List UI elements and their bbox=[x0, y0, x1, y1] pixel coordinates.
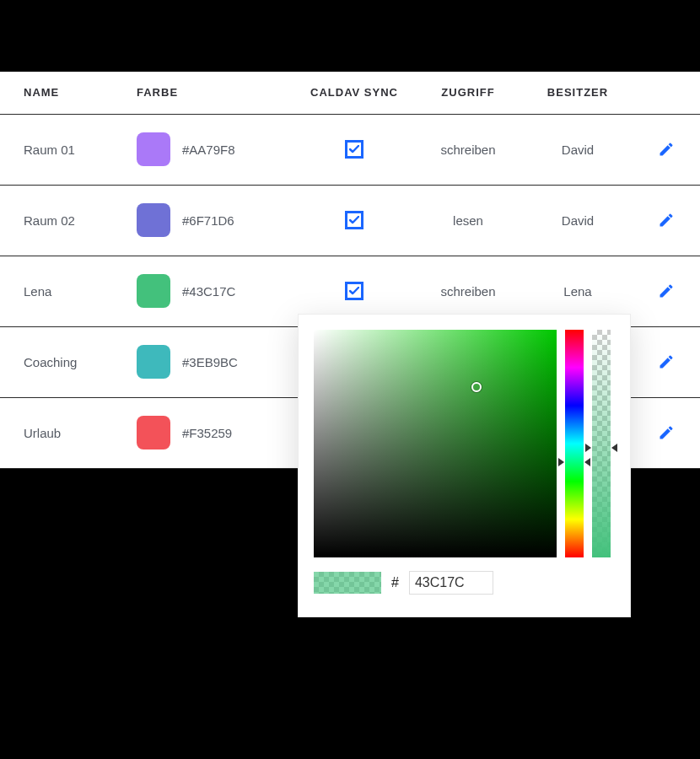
cell-owner: David bbox=[523, 114, 633, 185]
col-header-sync: CALDAV SYNC bbox=[295, 72, 413, 114]
col-header-name: NAME bbox=[0, 72, 127, 114]
cell-name: Raum 02 bbox=[0, 185, 127, 256]
color-swatch[interactable] bbox=[137, 274, 170, 308]
cell-edit bbox=[633, 326, 700, 397]
col-header-access: ZUGRIFF bbox=[413, 72, 523, 114]
sv-indicator[interactable] bbox=[471, 382, 482, 392]
cell-access: lesen bbox=[413, 185, 523, 256]
alpha-slider[interactable] bbox=[592, 330, 611, 557]
col-header-edit bbox=[633, 72, 700, 114]
table-header-row: NAME FARBE CALDAV SYNC ZUGRIFF BESITZER bbox=[0, 72, 700, 114]
pencil-icon bbox=[658, 283, 675, 299]
col-header-owner: BESITZER bbox=[523, 72, 633, 114]
pencil-icon bbox=[658, 424, 675, 441]
color-hex-label: #F35259 bbox=[182, 426, 232, 440]
cell-edit bbox=[633, 397, 700, 468]
cell-edit bbox=[633, 185, 700, 256]
cell-sync bbox=[295, 185, 413, 256]
cell-edit bbox=[633, 114, 700, 185]
current-color-swatch bbox=[314, 572, 381, 594]
alpha-slider-handle-left[interactable] bbox=[585, 444, 591, 452]
cell-name: Coaching bbox=[0, 326, 127, 397]
hue-slider-handle-right[interactable] bbox=[584, 458, 590, 466]
hue-slider[interactable] bbox=[565, 330, 584, 557]
edit-button[interactable] bbox=[655, 138, 677, 160]
cell-color: #6F71D6 bbox=[127, 185, 295, 256]
cell-access: schreiben bbox=[413, 114, 523, 185]
color-hex-label: #3EB9BC bbox=[182, 355, 238, 369]
table-row: Raum 01#AA79F8schreibenDavid bbox=[0, 114, 700, 185]
cell-color: #AA79F8 bbox=[127, 114, 295, 185]
hex-input[interactable] bbox=[409, 571, 493, 595]
color-swatch[interactable] bbox=[137, 203, 170, 237]
color-picker-panel: # bbox=[298, 314, 631, 617]
cell-sync bbox=[295, 114, 413, 185]
pencil-icon bbox=[658, 353, 675, 370]
table-row: Raum 02#6F71D6lesenDavid bbox=[0, 185, 700, 256]
col-header-color: FARBE bbox=[127, 72, 295, 114]
saturation-value-pane[interactable] bbox=[314, 330, 557, 557]
color-hex-label: #43C17C bbox=[182, 284, 235, 299]
alpha-slider-handle-right[interactable] bbox=[611, 444, 617, 452]
cell-color: #3EB9BC bbox=[127, 326, 295, 397]
color-swatch[interactable] bbox=[137, 345, 170, 379]
color-hex-label: #AA79F8 bbox=[182, 143, 235, 157]
color-swatch[interactable] bbox=[137, 132, 170, 166]
caldav-sync-checkbox[interactable] bbox=[345, 282, 363, 300]
edit-button[interactable] bbox=[655, 422, 677, 444]
cell-edit bbox=[633, 256, 700, 326]
edit-button[interactable] bbox=[655, 209, 677, 231]
cell-name: Lena bbox=[0, 256, 127, 326]
hex-hash-label: # bbox=[391, 575, 399, 590]
edit-button[interactable] bbox=[655, 280, 677, 302]
cell-color: #F35259 bbox=[127, 397, 295, 468]
hue-slider-handle-left[interactable] bbox=[558, 458, 564, 466]
color-swatch[interactable] bbox=[137, 416, 170, 449]
edit-button[interactable] bbox=[655, 351, 677, 373]
cell-name: Raum 01 bbox=[0, 114, 127, 185]
cell-color: #43C17C bbox=[127, 256, 295, 326]
caldav-sync-checkbox[interactable] bbox=[345, 140, 363, 159]
color-hex-label: #6F71D6 bbox=[182, 213, 234, 228]
alpha-fill bbox=[592, 330, 611, 557]
cell-name: Urlaub bbox=[0, 397, 127, 468]
pencil-icon bbox=[658, 212, 675, 229]
caldav-sync-checkbox[interactable] bbox=[345, 211, 363, 229]
cell-owner: David bbox=[523, 185, 633, 256]
pencil-icon bbox=[658, 141, 675, 158]
